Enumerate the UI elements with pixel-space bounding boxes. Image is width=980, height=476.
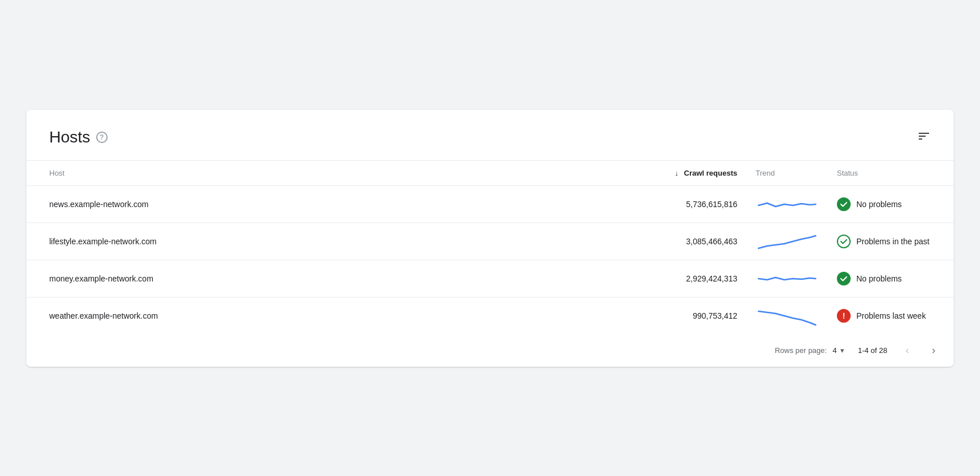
table-row[interactable]: news.example-network.com 5,736,615,816 N…: [26, 185, 954, 223]
trend-cell: [746, 185, 828, 223]
host-cell: money.example-network.com: [26, 260, 490, 297]
status-label: No problems: [856, 274, 902, 283]
col-trend: Trend: [746, 160, 828, 185]
status-cell: No problems: [828, 186, 954, 223]
trend-cell: [746, 223, 828, 260]
status-cell: ! Problems last week: [828, 298, 954, 334]
status-icon-red: !: [837, 309, 851, 323]
hosts-card: Hosts ? Host ↓ Crawl requests: [26, 110, 954, 367]
status-label: No problems: [856, 200, 902, 209]
rows-per-page: Rows per page: 4 ▾: [774, 346, 844, 355]
status-cell: No problems: [828, 260, 954, 297]
status-icon-green-filled: [837, 272, 851, 285]
table-row[interactable]: weather.example-network.com 990,753,412 …: [26, 297, 954, 334]
table-container: Host ↓ Crawl requests Trend Status news.…: [26, 160, 954, 334]
rows-per-page-value: 4: [832, 346, 836, 355]
status-label: Problems last week: [856, 311, 926, 320]
sort-arrow-icon: ↓: [675, 169, 679, 177]
crawl-cell: 3,085,466,463: [490, 223, 746, 260]
col-status: Status: [828, 160, 954, 185]
crawl-cell: 990,753,412: [490, 297, 746, 334]
rows-dropdown-icon[interactable]: ▾: [840, 346, 844, 355]
crawl-cell: 5,736,615,816: [490, 185, 746, 223]
pagination-row: Rows per page: 4 ▾ 1-4 of 28 ‹ ›: [26, 334, 954, 367]
table-row[interactable]: money.example-network.com 2,929,424,313 …: [26, 260, 954, 297]
status-icon-green-outline: [837, 235, 851, 248]
status-label: Problems in the past: [856, 237, 930, 246]
col-host: Host: [26, 160, 490, 185]
col-crawl-requests[interactable]: ↓ Crawl requests: [490, 160, 746, 185]
host-cell: weather.example-network.com: [26, 297, 490, 334]
page-info: 1-4 of 28: [858, 346, 887, 355]
table-header-row: Host ↓ Crawl requests Trend Status: [26, 160, 954, 185]
trend-cell: [746, 297, 828, 334]
trend-cell: [746, 260, 828, 297]
prev-page-button[interactable]: ‹: [901, 342, 914, 359]
host-cell: lifestyle.example-network.com: [26, 223, 490, 260]
crawl-cell: 2,929,424,313: [490, 260, 746, 297]
status-cell: Problems in the past: [828, 223, 954, 260]
help-icon[interactable]: ?: [96, 132, 108, 143]
card-header: Hosts ?: [26, 110, 954, 160]
next-page-button[interactable]: ›: [927, 342, 940, 359]
status-icon-green-filled: [837, 197, 851, 211]
rows-per-page-label: Rows per page:: [774, 346, 827, 355]
hosts-table: Host ↓ Crawl requests Trend Status news.…: [26, 160, 954, 334]
title-group: Hosts ?: [49, 128, 108, 146]
filter-icon[interactable]: [917, 129, 931, 145]
page-title: Hosts: [49, 128, 90, 146]
table-row[interactable]: lifestyle.example-network.com 3,085,466,…: [26, 223, 954, 260]
host-cell: news.example-network.com: [26, 185, 490, 223]
